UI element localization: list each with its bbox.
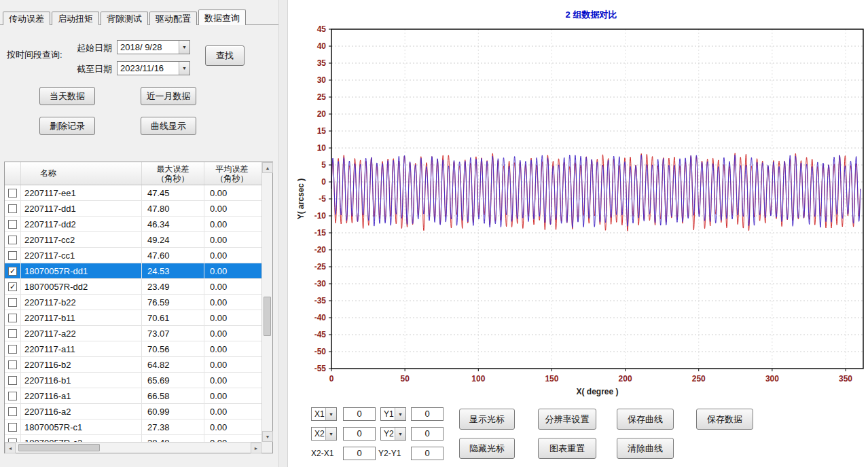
table-row[interactable]: ✓18070057R-dd223.490.00 <box>5 279 261 295</box>
scroll-up-icon[interactable]: ▲ <box>262 162 273 173</box>
row-max-error: 73.07 <box>142 326 204 341</box>
last-month-data-button[interactable]: 近一月数据 <box>141 87 196 105</box>
x-tick-label: 50 <box>400 374 410 384</box>
y2-value-field[interactable]: 0 <box>411 427 444 441</box>
dx-value-field[interactable]: 0 <box>343 447 376 460</box>
clear-curve-button[interactable]: 清除曲线 <box>617 438 674 459</box>
x2-dropdown-icon[interactable]: ▼ <box>325 428 336 440</box>
start-date-value: 2018/ 9/28 <box>117 41 179 54</box>
scroll-left-icon[interactable]: ◄ <box>5 443 16 453</box>
table-row[interactable]: 2207117-b1170.610.00 <box>5 310 261 326</box>
tab-4[interactable]: 数据查询 <box>198 10 246 25</box>
curve-display-label: 曲线显示 <box>151 120 186 132</box>
row-checkbox[interactable]: ✓ <box>8 282 17 291</box>
table-row[interactable]: 2207116-b264.820.00 <box>5 357 261 373</box>
col-header-name[interactable]: 名称 <box>21 162 142 185</box>
delete-record-button[interactable]: 删除记录 <box>39 117 95 135</box>
y-tick-label: -30 <box>314 279 327 288</box>
x2-value-field[interactable]: 0 <box>343 427 376 441</box>
row-max-error: 76.59 <box>142 295 204 310</box>
y1-cursor-select[interactable]: Y1 ▼ <box>380 407 406 421</box>
row-avg-error: 0.00 <box>204 185 259 200</box>
x1-label: X1 <box>312 409 325 419</box>
end-date-label: 截至日期 <box>77 63 112 75</box>
end-date-dropdown-icon[interactable]: ▼ <box>179 62 189 75</box>
tab-0[interactable]: 传动误差 <box>3 12 50 25</box>
row-max-error: 24.53 <box>142 263 204 278</box>
hscroll-thumb[interactable] <box>18 444 100 451</box>
col-header-max-error[interactable]: 最大误差 （角秒） <box>142 162 204 185</box>
row-checkbox[interactable] <box>8 376 17 385</box>
row-checkbox[interactable] <box>8 345 17 354</box>
row-checkbox[interactable]: ✓ <box>8 267 17 276</box>
search-button[interactable]: 查找 <box>205 45 245 66</box>
row-checkbox[interactable] <box>8 314 17 322</box>
row-checkbox[interactable] <box>8 251 17 260</box>
tab-1[interactable]: 启动扭矩 <box>52 12 99 25</box>
x2-cursor-select[interactable]: X2 ▼ <box>311 427 337 441</box>
dy-value-field[interactable]: 0 <box>411 447 444 460</box>
hide-cursor-button[interactable]: 隐藏光标 <box>459 438 515 459</box>
scroll-down-icon[interactable]: ▼ <box>262 431 273 442</box>
row-checkbox[interactable] <box>8 236 17 244</box>
today-data-button[interactable]: 当天数据 <box>39 87 95 105</box>
row-checkbox[interactable] <box>8 329 17 338</box>
row-checkbox[interactable] <box>8 360 17 369</box>
row-checkbox[interactable] <box>8 189 17 198</box>
table-row[interactable]: ✓18070057R-dd124.530.00 <box>5 263 261 279</box>
table-horizontal-scrollbar[interactable]: ◄ ► <box>5 442 261 453</box>
resolution-settings-button[interactable]: 分辨率设置 <box>538 409 596 430</box>
row-checkbox[interactable] <box>8 392 17 400</box>
row-avg-error: 0.00 <box>204 326 259 341</box>
col-header-avg-error[interactable]: 平均误差 （角秒） <box>204 162 259 185</box>
row-name: 2207117-a22 <box>21 326 142 341</box>
y2-dropdown-icon[interactable]: ▼ <box>395 428 405 440</box>
x-tick-label: 0 <box>329 374 334 384</box>
table-row[interactable]: 2207117-dd147.800.00 <box>5 201 261 217</box>
table-row[interactable]: 2207117-cc249.240.00 <box>5 232 261 248</box>
y1-value-field[interactable]: 0 <box>411 407 444 421</box>
save-data-button[interactable]: 保存数据 <box>696 409 753 430</box>
start-date-label: 起始日期 <box>77 42 112 54</box>
x1-value-field[interactable]: 0 <box>343 407 376 421</box>
save-curve-button[interactable]: 保存曲线 <box>617 409 674 430</box>
y2-cursor-select[interactable]: Y2 ▼ <box>380 427 406 441</box>
scroll-right-icon[interactable]: ► <box>251 443 261 453</box>
row-checkbox[interactable] <box>8 220 17 229</box>
table-vertical-scrollbar[interactable]: ▲ ▼ <box>261 162 272 442</box>
end-date-picker[interactable]: 2023/11/16 ▼ <box>117 61 190 75</box>
row-checkbox[interactable] <box>8 298 17 307</box>
y1-dropdown-icon[interactable]: ▼ <box>395 408 405 420</box>
right-panel: 2 组数据对比 050100150200250300350-55-50-45-4… <box>288 0 868 467</box>
table-row[interactable]: 18070057R-c127.380.00 <box>5 419 261 435</box>
show-cursor-button[interactable]: 显示光标 <box>459 409 515 430</box>
row-avg-error: 0.00 <box>204 279 259 294</box>
row-checkbox[interactable] <box>8 204 17 213</box>
table-row[interactable]: 2207117-dd246.340.00 <box>5 217 261 232</box>
table-row[interactable]: 18070057R-c228.480.00 <box>5 435 261 442</box>
x1-dropdown-icon[interactable]: ▼ <box>325 408 336 420</box>
start-date-dropdown-icon[interactable]: ▼ <box>179 41 189 54</box>
table-row[interactable]: 2207117-b2276.590.00 <box>5 295 261 310</box>
row-checkbox[interactable] <box>8 423 17 432</box>
tab-3[interactable]: 驱动配置 <box>149 12 197 25</box>
x1-cursor-select[interactable]: X1 ▼ <box>311 407 337 421</box>
x-tick-label: 300 <box>765 374 779 384</box>
table-row[interactable]: 2207117-cc147.600.00 <box>5 248 261 263</box>
table-row[interactable]: 2207116-b165.690.00 <box>5 373 261 388</box>
table-row[interactable]: 2207116-a166.580.00 <box>5 388 261 404</box>
table-row[interactable]: 2207117-a1170.560.00 <box>5 341 261 357</box>
row-name: 2207117-ee1 <box>21 185 142 200</box>
table-row[interactable]: 2207117-a2273.070.00 <box>5 326 261 341</box>
curve-display-button[interactable]: 曲线显示 <box>141 117 196 135</box>
table-row[interactable]: 2207116-a260.990.00 <box>5 404 261 419</box>
chart-reset-button[interactable]: 图表重置 <box>538 438 596 459</box>
start-date-picker[interactable]: 2018/ 9/28 ▼ <box>117 40 190 54</box>
row-checkbox[interactable] <box>8 407 17 416</box>
panel-splitter[interactable] <box>278 0 288 467</box>
tab-strip: 传动误差启动扭矩背隙测试驱动配置数据查询 <box>3 10 247 25</box>
comparison-chart[interactable]: 050100150200250300350-55-50-45-40-35-30-… <box>294 19 868 399</box>
vscroll-thumb[interactable] <box>264 297 271 336</box>
tab-2[interactable]: 背隙测试 <box>101 12 148 25</box>
table-row[interactable]: 2207117-ee147.450.00 <box>5 185 261 201</box>
